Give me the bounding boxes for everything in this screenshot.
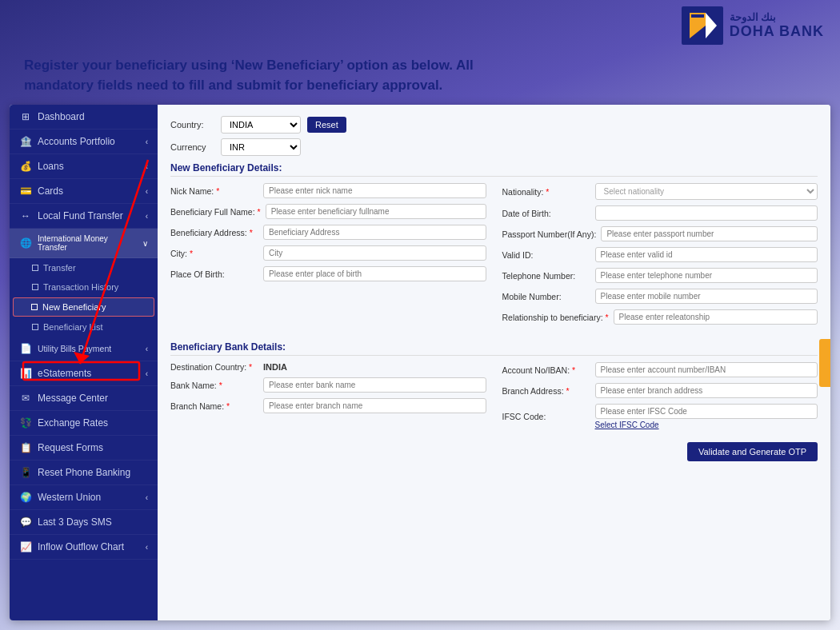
- destination-country-value: INDIA: [263, 362, 287, 372]
- sidebar-sub-item-beneficiary-list[interactable]: Beneficiary List: [10, 317, 158, 337]
- sidebar-item-utility-bills[interactable]: 📄 Utility Bills Payment ‹: [10, 337, 158, 361]
- sidebar-item-accounts-label: Accounts Portfolio: [38, 136, 115, 147]
- country-select[interactable]: INDIA: [221, 116, 301, 134]
- transfer-square-icon: [32, 265, 38, 271]
- yellow-side-tab[interactable]: [819, 339, 830, 387]
- international-transfer-icon: 🌐: [19, 237, 32, 249]
- nick-name-field: Nick Name: *: [170, 183, 486, 198]
- beneficiary-fields-right: Nationality: * Select nationality Date o…: [502, 183, 818, 330]
- account-no-input[interactable]: [595, 362, 818, 377]
- place-of-birth-label: Place Of Birth:: [170, 269, 258, 279]
- ifsc-code-field: IFSC Code: Select IFSC Code: [502, 404, 818, 429]
- logo-english-text: DOHA BANK: [730, 23, 824, 40]
- accounts-chevron-icon: ‹: [146, 138, 148, 146]
- beneficiary-address-field: Beneficiary Address: *: [170, 225, 486, 240]
- main-content: ⊞ Dashboard 🏦 Accounts Portfolio ‹ 💰 Loa…: [10, 105, 830, 620]
- date-of-birth-input[interactable]: [595, 205, 818, 221]
- passport-number-label: Passport Number(If Any):: [502, 229, 597, 239]
- bank-fields-right: Account No/IBAN: * Branch Address: * IFS…: [502, 362, 818, 461]
- local-transfer-icon: ↔: [19, 209, 32, 222]
- valid-id-input[interactable]: [595, 247, 818, 262]
- nick-name-label: Nick Name: *: [170, 186, 258, 196]
- country-label: Country:: [170, 120, 214, 130]
- sidebar-item-inflow-outflow-chart[interactable]: 📈 Inflow Outflow Chart ‹: [10, 535, 158, 560]
- sidebar-sub-item-transaction-history[interactable]: Transaction History: [10, 277, 158, 297]
- beneficiary-list-square-icon: [32, 324, 38, 330]
- beneficiary-address-label: Beneficiary Address: *: [170, 228, 258, 237]
- branch-name-field: Branch Name: *: [170, 398, 486, 413]
- form-container: Country: INDIA Reset Currency INR New Be…: [158, 105, 830, 620]
- branch-name-label: Branch Name: *: [170, 401, 258, 411]
- passport-number-input[interactable]: [601, 226, 818, 241]
- currency-select[interactable]: INR: [221, 138, 301, 156]
- sidebar-item-western-union[interactable]: 🌍 Western Union ‹: [10, 485, 158, 510]
- telephone-number-input[interactable]: [595, 268, 818, 283]
- sidebar-item-estatements[interactable]: 📊 eStatements ‹: [10, 361, 158, 386]
- sidebar-item-estatements-label: eStatements: [38, 368, 91, 379]
- valid-id-field: Valid ID:: [502, 247, 818, 262]
- sidebar-item-exchange-rates[interactable]: 💱 Exchange Rates: [10, 411, 158, 436]
- sidebar-item-accounts-portfolio[interactable]: 🏦 Accounts Portfolio ‹: [10, 130, 158, 154]
- reset-button[interactable]: Reset: [307, 117, 346, 133]
- sidebar-item-local-fund-transfer[interactable]: ↔ Local Fund Transfer ‹: [10, 204, 158, 229]
- branch-address-label: Branch Address: *: [502, 386, 590, 396]
- date-of-birth-label: Date of Birth:: [502, 209, 590, 218]
- sidebar-item-last-3-days-sms[interactable]: 💬 Last 3 Days SMS: [10, 510, 158, 535]
- sidebar-item-cards-label: Cards: [38, 185, 63, 197]
- beneficiary-fields-left: Nick Name: * Beneficiary Full Name: * Be…: [170, 183, 486, 330]
- cards-icon: 💳: [19, 185, 32, 197]
- sidebar-item-utility-bills-label: Utility Bills Payment: [38, 344, 111, 353]
- transaction-history-square-icon: [32, 284, 38, 290]
- svg-rect-3: [691, 14, 704, 18]
- sidebar-sub-item-new-beneficiary-label: New Beneficiary: [42, 302, 106, 312]
- sidebar-item-dashboard[interactable]: ⊞ Dashboard: [10, 105, 158, 130]
- relationship-label: Relationship to beneficiary: *: [502, 313, 609, 322]
- sidebar-item-reset-phone-banking[interactable]: 📱 Reset Phone Banking: [10, 461, 158, 485]
- place-of-birth-input[interactable]: [263, 266, 486, 281]
- destination-country-field: Destination Country: * INDIA: [170, 362, 486, 372]
- sidebar-item-cards[interactable]: 💳 Cards ‹: [10, 179, 158, 204]
- bank-details-section-header: Beneficiary Bank Details:: [170, 341, 818, 356]
- sidebar-item-international-money-transfer[interactable]: 🌐 International Money Transfer ∨: [10, 229, 158, 258]
- telephone-number-label: Telephone Number:: [502, 271, 590, 281]
- country-row: Country: INDIA Reset: [170, 116, 818, 134]
- last-3-days-sms-icon: 💬: [19, 516, 32, 528]
- sidebar-item-request-forms-label: Request Forms: [38, 442, 103, 453]
- sidebar-item-local-label: Local Fund Transfer: [38, 210, 123, 221]
- western-union-icon: 🌍: [19, 491, 32, 504]
- nationality-select[interactable]: Select nationality: [595, 183, 818, 200]
- slide-container: بنك الدوحة DOHA BANK Register your benef…: [0, 0, 840, 630]
- new-beneficiary-section-header: New Beneficiary Details:: [170, 162, 818, 177]
- validate-button[interactable]: Validate and Generate OTP: [687, 442, 818, 461]
- sidebar-item-request-forms[interactable]: 📋 Request Forms: [10, 436, 158, 461]
- ifsc-code-input[interactable]: [595, 404, 818, 419]
- branch-name-input[interactable]: [263, 398, 486, 413]
- mobile-number-label: Mobile Number:: [502, 292, 590, 301]
- currency-label: Currency: [170, 142, 214, 152]
- reset-phone-banking-icon: 📱: [19, 466, 32, 479]
- city-input[interactable]: [263, 245, 486, 261]
- sidebar-sub-item-new-beneficiary[interactable]: New Beneficiary: [13, 297, 154, 317]
- doha-bank-logo-icon: [682, 6, 723, 45]
- beneficiary-fullname-label: Beneficiary Full Name: *: [170, 207, 261, 217]
- sidebar-item-loans[interactable]: 💰 Loans ‹: [10, 154, 158, 179]
- utility-bills-icon: 📄: [19, 342, 32, 355]
- relationship-input[interactable]: [614, 309, 818, 325]
- mobile-number-input[interactable]: [595, 289, 818, 304]
- bank-name-input[interactable]: [263, 377, 486, 393]
- sidebar-item-message-center[interactable]: ✉ Message Center: [10, 386, 158, 411]
- utility-bills-chevron-icon: ‹: [146, 345, 148, 353]
- branch-address-field: Branch Address: *: [502, 383, 818, 398]
- nationality-label: Nationality: *: [502, 187, 590, 197]
- beneficiary-address-input[interactable]: [263, 225, 486, 240]
- bank-name-label: Bank Name: *: [170, 381, 258, 390]
- select-ifsc-link[interactable]: Select IFSC Code: [595, 421, 818, 429]
- branch-address-input[interactable]: [595, 383, 818, 398]
- sidebar-sub-item-transfer[interactable]: Transfer: [10, 258, 158, 277]
- bank-name-field: Bank Name: *: [170, 377, 486, 393]
- sidebar-sub-item-beneficiary-list-label: Beneficiary List: [43, 322, 103, 332]
- passport-number-field: Passport Number(If Any):: [502, 226, 818, 241]
- sidebar-item-inflow-outflow-chart-label: Inflow Outflow Chart: [38, 541, 124, 552]
- beneficiary-fullname-input[interactable]: [266, 204, 486, 219]
- nick-name-input[interactable]: [263, 183, 486, 198]
